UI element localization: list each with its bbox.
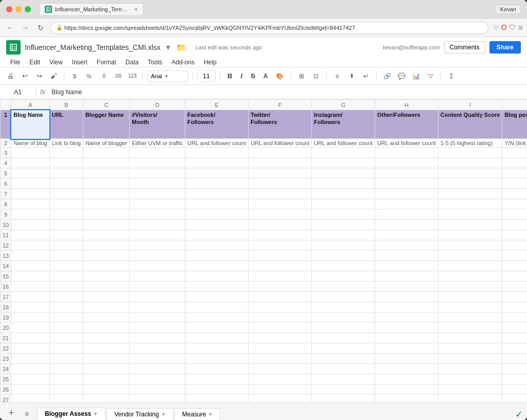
cell-B17[interactable]: [49, 292, 83, 302]
insert-chart-button[interactable]: 📊: [410, 70, 422, 82]
menu-icon[interactable]: ≡: [518, 23, 523, 32]
tab-measure-dropdown-icon[interactable]: ▼: [208, 412, 213, 417]
cell-reference[interactable]: A1: [0, 89, 36, 96]
tab-vendor-dropdown-icon[interactable]: ▼: [161, 412, 166, 417]
cell-C10[interactable]: [83, 220, 129, 230]
cell-I11[interactable]: [438, 230, 502, 240]
cell-C11[interactable]: [83, 230, 129, 240]
cell-C3[interactable]: [83, 148, 129, 158]
cell-F23[interactable]: [249, 354, 312, 364]
browser-tab[interactable]: Influencer_Marketing_Tem… ✕: [39, 3, 144, 15]
cell-B26[interactable]: [49, 384, 83, 395]
cell-A23[interactable]: [11, 354, 49, 364]
row-header-16[interactable]: 16: [1, 282, 11, 292]
col-header-G[interactable]: G: [311, 100, 375, 110]
cell-G20[interactable]: [311, 323, 375, 333]
cell-H5[interactable]: [375, 168, 438, 179]
cell-B8[interactable]: [49, 199, 83, 209]
cell-A4[interactable]: [11, 158, 49, 168]
cell-E9[interactable]: [185, 209, 249, 220]
cell-B7[interactable]: [49, 189, 83, 199]
cell-A18[interactable]: [11, 302, 49, 312]
cell-E21[interactable]: [185, 333, 249, 343]
cell-F16[interactable]: [249, 282, 312, 292]
cell-H18[interactable]: [375, 302, 438, 312]
percent-button[interactable]: %: [83, 70, 95, 82]
text-wrap-button[interactable]: ↵: [360, 70, 372, 82]
tab-blogger-dropdown-icon[interactable]: ▼: [93, 411, 98, 416]
cell-J12[interactable]: [502, 240, 527, 251]
cell-H20[interactable]: [375, 323, 438, 333]
cell-I24[interactable]: [438, 364, 502, 374]
cell-F10[interactable]: [249, 220, 312, 230]
cell-I19[interactable]: [438, 312, 502, 323]
cell-J15[interactable]: [502, 271, 527, 282]
cell-E24[interactable]: [185, 364, 249, 374]
cell-I17[interactable]: [438, 292, 502, 302]
row-header-10[interactable]: 10: [1, 220, 11, 230]
cell-B15[interactable]: [49, 271, 83, 282]
cell-I18[interactable]: [438, 302, 502, 312]
cell-C27[interactable]: [83, 395, 129, 402]
cell-F15[interactable]: [249, 271, 312, 282]
cell-D7[interactable]: [130, 189, 185, 199]
cell-G8[interactable]: [311, 199, 375, 209]
italic-button[interactable]: I: [237, 70, 245, 82]
cell-E4[interactable]: [185, 158, 249, 168]
fullscreen-button[interactable]: [25, 6, 31, 12]
cell-A17[interactable]: [11, 292, 49, 302]
row-header-1[interactable]: 1: [1, 110, 11, 139]
cell-I12[interactable]: [438, 240, 502, 251]
menu-addons[interactable]: Add-ons: [167, 58, 199, 67]
cell-C1[interactable]: Blogger Name: [83, 110, 129, 139]
cell-G7[interactable]: [311, 189, 375, 199]
cell-F26[interactable]: [249, 384, 312, 395]
cell-J16[interactable]: [502, 282, 527, 292]
cell-B21[interactable]: [49, 333, 83, 343]
cell-D12[interactable]: [130, 240, 185, 251]
cell-H7[interactable]: [375, 189, 438, 199]
cell-E26[interactable]: [185, 384, 249, 395]
cell-E22[interactable]: [185, 343, 249, 354]
cell-B16[interactable]: [49, 282, 83, 292]
row-header-6[interactable]: 6: [1, 179, 11, 189]
cell-G18[interactable]: [311, 302, 375, 312]
cell-H25[interactable]: [375, 374, 438, 384]
bookmark-icon[interactable]: ☆: [493, 23, 499, 32]
cell-D25[interactable]: [130, 374, 185, 384]
cell-B5[interactable]: [49, 168, 83, 179]
cell-A7[interactable]: [11, 189, 49, 199]
col-header-H[interactable]: H: [375, 100, 438, 110]
cell-I2[interactable]: 1-5 (5 highest rating): [438, 139, 502, 148]
cell-G12[interactable]: [311, 240, 375, 251]
cell-E25[interactable]: [185, 374, 249, 384]
cell-I3[interactable]: [438, 148, 502, 158]
row-header-20[interactable]: 20: [1, 323, 11, 333]
cell-F7[interactable]: [249, 189, 312, 199]
decimal-inc-button[interactable]: .00: [112, 70, 124, 82]
cell-B12[interactable]: [49, 240, 83, 251]
cell-G6[interactable]: [311, 179, 375, 189]
cell-A11[interactable]: [11, 230, 49, 240]
cell-F18[interactable]: [249, 302, 312, 312]
cell-G15[interactable]: [311, 271, 375, 282]
cell-C4[interactable]: [83, 158, 129, 168]
col-header-F[interactable]: F: [249, 100, 312, 110]
cell-I27[interactable]: [438, 395, 502, 402]
redo-button[interactable]: ↪: [33, 70, 45, 82]
cell-I22[interactable]: [438, 343, 502, 354]
cell-J13[interactable]: [502, 251, 527, 261]
cell-B11[interactable]: [49, 230, 83, 240]
cell-H24[interactable]: [375, 364, 438, 374]
align-bottom-button[interactable]: ⬇: [345, 70, 358, 82]
cell-H17[interactable]: [375, 292, 438, 302]
font-size-input[interactable]: [197, 71, 216, 82]
cell-I25[interactable]: [438, 374, 502, 384]
file-options-icon[interactable]: ▼: [165, 43, 172, 51]
comments-button[interactable]: Comments: [444, 41, 485, 54]
cell-B4[interactable]: [49, 158, 83, 168]
row-header-15[interactable]: 15: [1, 271, 11, 282]
cell-H8[interactable]: [375, 199, 438, 209]
cell-C22[interactable]: [83, 343, 129, 354]
sheet-scroll-area[interactable]: A B C D E F G H I J 1: [0, 99, 527, 402]
